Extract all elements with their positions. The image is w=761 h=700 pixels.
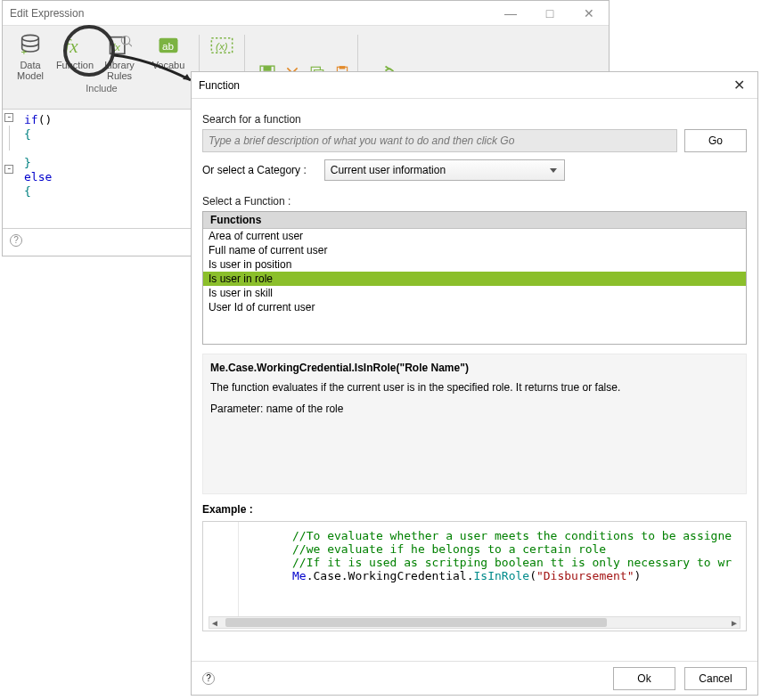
code-string: "Disbursement" <box>536 569 634 582</box>
ribbon-label: Library Rules <box>104 60 135 81</box>
example-code-box: //To evaluate whether a user meets the c… <box>202 521 747 631</box>
functions-header: Functions <box>203 212 746 229</box>
example-gutter <box>203 522 239 616</box>
function-icon: fx <box>62 33 87 58</box>
window-title: Edit Expression <box>10 7 491 20</box>
close-window-button[interactable]: ✕ <box>569 2 609 25</box>
title-bar: Edit Expression — □ ✕ <box>3 1 609 26</box>
code-text: .Case.WorkingCredential. <box>307 569 474 582</box>
dialog-title-bar: Function ✕ <box>192 72 757 99</box>
ribbon-group-label: Include <box>86 83 117 94</box>
maximize-button[interactable]: □ <box>530 2 569 25</box>
dialog-footer: ? Ok Cancel <box>192 661 757 695</box>
ribbon-label: Function <box>56 60 94 70</box>
scroll-right-icon[interactable]: ► <box>729 618 740 628</box>
function-description: The function evaluates if the current us… <box>210 381 739 394</box>
code-comment: //If it is used as scritping boolean tt … <box>292 556 732 569</box>
svg-text:fx: fx <box>112 41 121 53</box>
help-icon[interactable]: ? <box>202 672 215 685</box>
vocabulary-icon: ab <box>156 33 181 58</box>
variable-icon: (x) <box>209 33 234 58</box>
ribbon-library-rules[interactable]: fx Library Rules <box>97 29 142 81</box>
code-brace: { <box>24 127 31 141</box>
function-list[interactable]: Functions Area of current user Full name… <box>202 211 747 345</box>
function-dialog: Function ✕ Search for a function Type a … <box>191 71 758 696</box>
function-item[interactable]: Is user in skill <box>203 286 746 300</box>
ribbon-group-include: + Data Model fx Function fx Library Rule… <box>8 29 195 109</box>
svg-rect-11 <box>264 66 272 71</box>
dialog-title: Function <box>199 79 728 92</box>
code-method: IsInRole <box>474 569 530 582</box>
function-item-selected[interactable]: Is user in role <box>203 272 746 286</box>
svg-text:ab: ab <box>162 40 174 52</box>
svg-point-0 <box>22 35 39 41</box>
code-keyword: else <box>24 170 52 183</box>
code-identifier: Me <box>292 569 307 582</box>
example-code[interactable]: //To evaluate whether a user meets the c… <box>203 522 746 590</box>
select-function-label: Select a Function : <box>202 195 747 208</box>
minimize-button[interactable]: — <box>491 2 530 25</box>
svg-rect-17 <box>340 66 346 69</box>
category-label: Or select a Category : <box>202 164 307 176</box>
ribbon-vocabulary[interactable]: ab Vocabu <box>142 29 195 81</box>
fold-icon[interactable] <box>4 113 13 122</box>
scrollbar-thumb[interactable] <box>225 618 607 627</box>
svg-point-5 <box>121 37 129 45</box>
code-text: ( <box>529 569 536 582</box>
function-item[interactable]: User Id of current user <box>203 300 746 314</box>
fold-gutter <box>4 113 15 177</box>
code-comment: //To evaluate whether a user meets the c… <box>292 529 732 542</box>
category-select[interactable]: Current user information <box>324 159 565 181</box>
svg-text:fx: fx <box>64 36 78 57</box>
function-item[interactable]: Is user in position <box>203 257 746 272</box>
svg-text:+: + <box>21 45 28 57</box>
ok-button[interactable]: Ok <box>613 667 675 690</box>
help-icon[interactable]: ? <box>10 234 22 247</box>
description-panel: Me.Case.WorkingCredential.IsInRole("Role… <box>202 354 747 494</box>
ribbon-data-model[interactable]: + Data Model <box>8 29 53 81</box>
database-icon: + <box>18 33 43 58</box>
search-placeholder: Type a brief description of what you wan… <box>209 134 514 147</box>
code-text: ) <box>634 569 642 582</box>
horizontal-scrollbar[interactable]: ◄ ► <box>209 616 741 629</box>
ribbon-function[interactable]: fx Function <box>53 29 97 81</box>
category-value: Current user information <box>331 164 446 176</box>
example-label: Example : <box>202 503 747 516</box>
code-brace: } <box>24 156 31 169</box>
function-parameter: Parameter: name of the role <box>210 403 739 415</box>
code-brace: { <box>24 184 31 198</box>
function-signature: Me.Case.WorkingCredential.IsInRole("Role… <box>210 362 739 374</box>
code-text: () <box>38 113 53 126</box>
ribbon-label: Data Model <box>17 60 44 81</box>
go-button[interactable]: Go <box>684 129 747 152</box>
ribbon-label: Vocabu <box>152 60 185 70</box>
function-item[interactable]: Full name of current user <box>203 243 746 257</box>
code-comment: //we evaluate if he belongs to a certain… <box>292 542 606 556</box>
search-input[interactable]: Type a brief description of what you wan… <box>202 129 677 152</box>
fold-icon[interactable] <box>4 165 13 174</box>
scroll-left-icon[interactable]: ◄ <box>209 618 220 628</box>
code-keyword: if <box>24 113 38 126</box>
close-icon[interactable]: ✕ <box>728 77 750 94</box>
library-icon: fx <box>107 33 132 58</box>
svg-text:(x): (x) <box>216 40 228 52</box>
search-label: Search for a function <box>202 113 747 126</box>
function-item[interactable]: Area of current user <box>203 229 746 243</box>
cancel-button[interactable]: Cancel <box>684 667 747 690</box>
